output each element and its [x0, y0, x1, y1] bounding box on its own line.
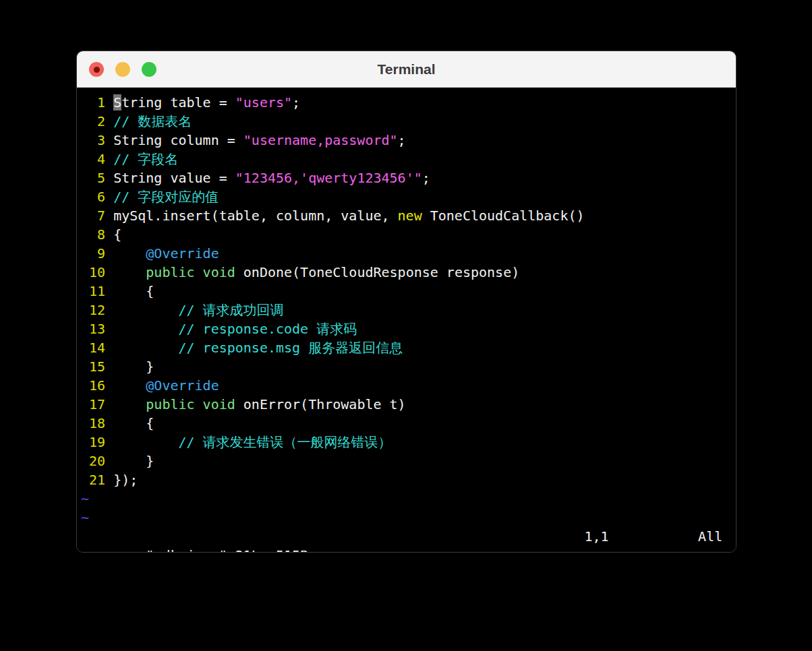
line-number: 17 — [81, 395, 105, 414]
code-line: 14 // response.msg 服务器返回信息 — [81, 338, 736, 357]
code-line: 6// 字段对应的值 — [81, 187, 736, 206]
code-text: // 请求发生错误（一般网络错误） — [113, 434, 391, 450]
code-line: 19 // 请求发生错误（一般网络错误） — [81, 433, 736, 452]
code-text: // response.msg 服务器返回信息 — [113, 340, 403, 356]
zoom-button[interactable] — [142, 62, 156, 77]
code-line: 10 public void onDone(ToneCloudResponse … — [81, 263, 736, 282]
code-line: 4// 字段名 — [81, 150, 736, 168]
scroll-indicator: All — [698, 527, 722, 546]
code-line: 16 @Override — [81, 376, 736, 395]
line-number: 9 — [81, 244, 105, 263]
code-text: // 字段对应的值 — [113, 189, 219, 205]
line-number: 5 — [81, 168, 105, 187]
code-line: 21}); — [81, 470, 736, 489]
file-info: "sdk.java" 21L, 515B — [146, 547, 308, 553]
line-number: 16 — [81, 376, 105, 395]
code-text: @Override — [113, 245, 219, 261]
line-number: 3 — [81, 131, 105, 150]
vim-statusline: "sdk.java" 21L, 515B 1,1 All — [81, 527, 736, 546]
close-button[interactable] — [89, 62, 104, 77]
line-number: 11 — [81, 282, 105, 301]
line-number: 1 — [81, 93, 105, 112]
code-text: public void onError(Throwable t) — [113, 396, 406, 412]
line-number: 13 — [81, 319, 105, 338]
code-line: 11 { — [81, 282, 736, 301]
code-text: // response.code 请求码 — [113, 321, 357, 337]
code-line: 8{ — [81, 225, 736, 244]
line-number: 20 — [81, 452, 105, 470]
code-line: 17 public void onError(Throwable t) — [81, 395, 736, 414]
unsaved-changes-dot-icon — [94, 67, 100, 73]
code-line: 3String column = "username,password"; — [81, 131, 736, 150]
minimize-button[interactable] — [115, 62, 130, 77]
code-text: @Override — [113, 377, 219, 394]
code-line: 12 // 请求成功回调 — [81, 301, 736, 319]
line-number: 18 — [81, 414, 105, 433]
code-text: }); — [113, 472, 138, 488]
line-number: 21 — [81, 470, 105, 489]
code-text: public void onDone(ToneCloudResponse res… — [113, 264, 519, 280]
code-text: } — [113, 453, 154, 469]
code-line: 2// 数据表名 — [81, 112, 736, 131]
code-line: 9 @Override — [81, 244, 736, 263]
code-text: // 请求成功回调 — [113, 302, 283, 318]
line-number: 8 — [81, 225, 105, 244]
code-text: String value = "123456,'qwerty123456'"; — [113, 170, 430, 186]
window-title: Terminal — [77, 51, 736, 87]
terminal-content[interactable]: 1String table = "users";2// 数据表名3String … — [77, 88, 736, 553]
code-line: 13 // response.code 请求码 — [81, 319, 736, 338]
code-text: } — [113, 359, 154, 375]
code-line: 1String table = "users"; — [81, 93, 736, 112]
empty-buffer-line: ~ — [81, 508, 736, 527]
cursor-position: 1,1 — [585, 527, 609, 546]
code-line: 18 { — [81, 414, 736, 433]
code-text: String table = "users"; — [113, 94, 300, 111]
line-number: 7 — [81, 206, 105, 225]
empty-buffer-line: ~ — [81, 489, 736, 508]
code-text: mySql.insert(table, column, value, new T… — [113, 208, 584, 224]
window-titlebar[interactable]: Terminal — [77, 51, 736, 88]
desktop-background: Terminal 1String table = "users";2// 数据表… — [0, 0, 812, 651]
code-text: // 数据表名 — [113, 113, 192, 129]
code-text: { — [113, 226, 121, 243]
code-line: 7mySql.insert(table, column, value, new … — [81, 206, 736, 225]
line-number: 6 — [81, 187, 105, 206]
terminal-window: Terminal 1String table = "users";2// 数据表… — [76, 51, 736, 553]
traffic-lights — [89, 51, 156, 88]
line-number: 2 — [81, 112, 105, 131]
code-text: String column = "username,password"; — [113, 132, 405, 148]
code-line: 20 } — [81, 452, 736, 470]
code-text: // 字段名 — [113, 151, 178, 167]
code-text: { — [113, 283, 154, 299]
code-line: 5String value = "123456,'qwerty123456'"; — [81, 168, 736, 187]
line-number: 14 — [81, 338, 105, 357]
code-text: { — [113, 415, 154, 431]
vim-buffer: 1String table = "users";2// 数据表名3String … — [81, 93, 736, 527]
line-number: 4 — [81, 150, 105, 168]
line-number: 12 — [81, 301, 105, 319]
line-number: 10 — [81, 263, 105, 282]
code-line: 15 } — [81, 357, 736, 376]
line-number: 15 — [81, 357, 105, 376]
line-number: 19 — [81, 433, 105, 452]
